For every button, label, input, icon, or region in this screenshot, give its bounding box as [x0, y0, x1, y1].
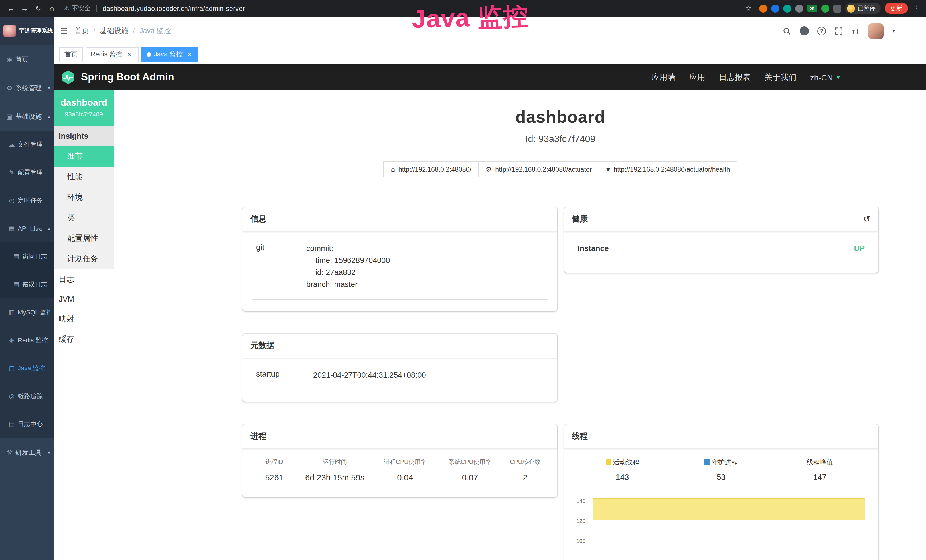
breadcrumb-home[interactable]: 首页	[74, 26, 89, 36]
threads-chart: 140 120 100	[573, 487, 869, 560]
github-icon[interactable]	[800, 26, 809, 35]
sidebar-item-java-monitor[interactable]: ▢ Java 监控	[0, 354, 54, 382]
info-git-row: git commit: time: 1596289704000 id: 27aa…	[251, 240, 548, 299]
redis-icon: ◈	[8, 337, 15, 344]
sidebar-item-file-mgmt[interactable]: ☁ 文件管理	[0, 131, 54, 159]
sidebar-item-config-mgmt[interactable]: ✎ 配置管理	[0, 159, 54, 186]
status-badge: UP	[854, 244, 865, 253]
sidebar-item-redis-monitor[interactable]: ◈ Redis 监控	[0, 326, 54, 354]
help-icon[interactable]: ?	[817, 27, 826, 35]
sba-item-jvm[interactable]: JVM	[54, 290, 114, 309]
sba-item-classes[interactable]: 类	[54, 208, 114, 228]
chevron-up-icon: ▴	[48, 114, 50, 119]
infrastructure-submenu: ☁ 文件管理 ✎ 配置管理 ◴ 定时任务 ▤ API 日志 ▴	[0, 131, 54, 438]
metadata-startup-row: startup 2021-04-27T00:44:31.254+08:00	[251, 366, 548, 390]
sba-item-details[interactable]: 细节	[54, 146, 114, 166]
health-instance-row[interactable]: Instance UP	[573, 240, 869, 261]
tab-close-icon[interactable]: ×	[185, 50, 194, 59]
instance-header[interactable]: dashboard 93a3fc7f7409	[54, 90, 114, 126]
sba-item-metrics[interactable]: 性能	[54, 166, 114, 187]
sba-nav-about[interactable]: 关于我们	[764, 72, 796, 82]
user-avatar[interactable]	[869, 23, 884, 38]
sba-item-scheduled-tasks[interactable]: 计划任务	[54, 249, 114, 269]
threads-card: 线程 活动线程 14	[564, 424, 878, 560]
gear-icon: ⚙	[6, 84, 13, 92]
fullscreen-icon[interactable]	[834, 27, 843, 35]
actuator-url-button[interactable]: ⚙ http://192.168.0.2:48080/actuator	[478, 162, 599, 177]
history-icon[interactable]: ↺	[863, 214, 870, 224]
app-logo[interactable]: 芋道管理系统	[0, 17, 54, 45]
tab-close-icon[interactable]: ×	[125, 50, 133, 59]
sidebar-item-scheduled-jobs[interactable]: ◴ 定时任务	[0, 186, 54, 215]
sba-nav-journal[interactable]: 日志报表	[719, 72, 751, 82]
caret-down-icon[interactable]: ▾	[892, 28, 895, 34]
tab-home[interactable]: 首页	[59, 47, 83, 62]
sidebar-item-dev-tools[interactable]: ⚒ 研发工具 ▾	[0, 438, 54, 467]
metadata-card: 元数据 startup 2021-04-27T00:44:31.254+08:0…	[242, 333, 557, 401]
extension-icon-grid[interactable]	[795, 4, 803, 12]
api-log-submenu: ▤ 访问日志 ▤ 错误日志	[0, 242, 54, 298]
process-stat-process-cpu: 进程CPU使用率 0.04	[373, 458, 437, 482]
sidebar-item-infrastructure[interactable]: ▣ 基础设施 ▴	[0, 102, 54, 131]
chart-y-axis: 140 120 100	[573, 487, 590, 560]
sidebar-section-insights: Insights	[54, 126, 114, 146]
sidebar-item-error-log[interactable]: ▤ 错误日志	[0, 271, 54, 298]
sidebar-item-home[interactable]: ◉ 首页	[0, 45, 54, 74]
forward-icon[interactable]: →	[18, 2, 31, 15]
sidebar-item-system-mgmt[interactable]: ⚙ 系统管理 ▾	[0, 74, 54, 102]
admin-menu: ◉ 首页 ⚙ 系统管理 ▾ ▣ 基础设施 ▴ ☁ 文件管理	[0, 45, 54, 467]
card-title: 进程	[250, 431, 266, 441]
warning-icon: ⚠	[64, 5, 70, 12]
browser-update-button[interactable]: 更新	[885, 3, 908, 14]
cloud-upload-icon: ☁	[8, 141, 15, 148]
sba-brand[interactable]: Spring Boot Admin	[61, 70, 174, 85]
browser-menu-icon[interactable]: ⋮	[912, 4, 922, 12]
browser-chrome: ← → ↻ ⌂ ⚠ 不安全 dashboard.yudao.iocoder.cn…	[0, 0, 926, 17]
sba-nav-applications[interactable]: 应用	[689, 72, 705, 82]
sidebar-item-trace[interactable]: ◎ 链路追踪	[0, 382, 54, 410]
back-icon[interactable]: ←	[5, 2, 17, 15]
instance-name: dashboard	[56, 98, 111, 108]
sidebar-item-log-center[interactable]: ▤ 日志中心	[0, 410, 54, 438]
tab-redis-monitor[interactable]: Redis 监控 ×	[86, 47, 138, 62]
font-size-icon[interactable]: тT	[852, 27, 860, 35]
reload-icon[interactable]: ↻	[32, 2, 44, 15]
health-row-label: Instance	[578, 244, 609, 253]
chart-plot-area	[592, 487, 865, 560]
sidebar-item-access-log[interactable]: ▤ 访问日志	[0, 242, 54, 271]
url-text[interactable]: dashboard.yudao.iocoder.cn/infra/admin-s…	[103, 5, 245, 12]
bookmark-star-icon[interactable]: ☆	[742, 2, 755, 15]
hamburger-icon[interactable]: ☰	[54, 26, 74, 35]
sba-item-caches[interactable]: 缓存	[54, 329, 114, 350]
locale-selector[interactable]: zh-CN ▼	[810, 73, 841, 82]
extension-icon-teal[interactable]	[783, 4, 791, 12]
sba-item-environment[interactable]: 环境	[54, 187, 114, 208]
sba-item-mappings[interactable]: 映射	[54, 309, 114, 329]
extension-icon-green[interactable]	[821, 4, 829, 12]
sidebar-item-api-log[interactable]: ▤ API 日志 ▴	[0, 215, 54, 242]
sba-item-config-props[interactable]: 配置属性	[54, 228, 114, 249]
tab-java-monitor[interactable]: Java 监控 ×	[141, 47, 198, 62]
site-security-indicator[interactable]: ⚠ 不安全	[64, 4, 91, 12]
locale-label: zh-CN	[810, 73, 833, 82]
breadcrumb-infrastructure[interactable]: 基础设施	[93, 26, 128, 36]
legend-daemon-threads: 守护进程 53	[672, 458, 770, 481]
dashboard-icon: ◉	[6, 56, 13, 63]
extension-puzzle-icon[interactable]	[833, 4, 841, 12]
extension-icon-orange[interactable]	[759, 4, 767, 12]
insights-group: 细节 性能 环境 类 配置属性 计划任务	[54, 146, 114, 269]
extension-on-badge-icon[interactable]: on	[807, 5, 817, 12]
home-icon[interactable]: ⌂	[45, 2, 58, 15]
sba-item-logs[interactable]: 日志	[54, 269, 114, 290]
access-log-icon: ▤	[12, 253, 20, 260]
extension-icon-blue[interactable]	[771, 4, 779, 12]
profile-paused-chip[interactable]: 已暂停	[845, 3, 881, 14]
sidebar-item-mysql-monitor[interactable]: ▥ MySQL 监控	[0, 298, 54, 326]
service-url-button[interactable]: ⌂ http://192.168.0.2:48080/	[384, 162, 479, 177]
git-commit-line: commit:	[306, 243, 543, 255]
sba-nav-wallboard[interactable]: 应用墙	[652, 72, 676, 82]
timer-icon: ◴	[8, 197, 15, 204]
search-icon[interactable]	[782, 27, 791, 35]
health-url-button[interactable]: ♥ http://192.168.0.2:48080/actuator/heal…	[599, 162, 737, 177]
sba-root-items: 日志 JVM 映射 缓存	[54, 269, 114, 350]
